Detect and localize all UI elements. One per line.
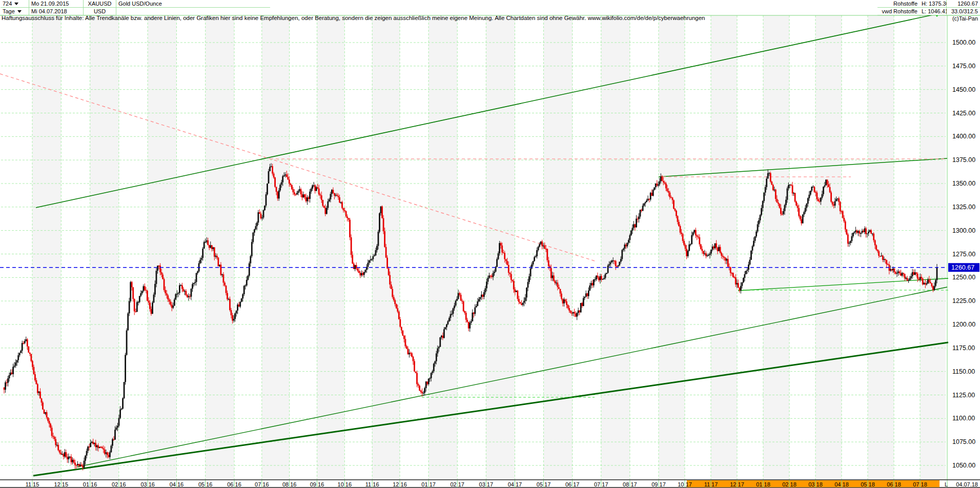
candle-body	[418, 384, 419, 385]
period-dropdown[interactable]: Tage	[1, 8, 29, 15]
candle-body	[623, 249, 624, 250]
bars-count-dropdown[interactable]: 724	[1, 0, 29, 8]
candle-body	[699, 237, 700, 245]
candle-body	[837, 198, 839, 199]
candle-body	[25, 339, 27, 341]
candle-body	[236, 311, 237, 314]
candle-body	[597, 276, 599, 278]
candle-body	[125, 355, 126, 382]
candle-body	[748, 265, 749, 270]
candle-body	[34, 374, 36, 380]
candle-body	[388, 269, 390, 275]
date-to-cell[interactable]: Mi 04.07.2018	[29, 8, 84, 15]
candle-body	[154, 284, 156, 295]
candle-body	[106, 453, 107, 454]
candle-body	[246, 280, 248, 286]
candle-body	[936, 268, 938, 280]
candle-body	[45, 412, 46, 414]
candle-body	[74, 463, 76, 465]
candle-body	[403, 336, 405, 339]
candle-body	[405, 339, 406, 346]
candle-body	[234, 314, 236, 319]
candle-body	[503, 253, 504, 254]
candle-body	[673, 200, 675, 209]
candle-body	[268, 171, 270, 184]
candle-body	[456, 299, 458, 301]
candle-body	[490, 276, 492, 277]
candle-body	[518, 299, 520, 302]
candle-body	[690, 244, 691, 245]
candle-body	[463, 301, 464, 311]
candle-body	[546, 249, 548, 260]
candle-body	[318, 189, 320, 195]
candle-body	[619, 262, 620, 266]
candle-body	[914, 272, 916, 275]
candle-body	[409, 353, 410, 354]
candle-body	[423, 393, 424, 394]
y-axis-label: 1250.00	[952, 274, 975, 281]
source-label: vwd Rohstoffe	[882, 8, 917, 15]
candle-body	[732, 273, 734, 277]
range-low-cell: L: 1046.41	[920, 8, 947, 15]
candle-body	[37, 384, 38, 393]
price-chart-canvas[interactable]: 1500.001475.001450.001425.001400.001375.…	[0, 0, 980, 488]
candle-body	[259, 212, 260, 214]
candle-body	[863, 231, 864, 232]
candle-body	[90, 443, 91, 447]
candle-body	[206, 240, 208, 242]
candle-body	[612, 260, 614, 261]
candle-body	[881, 256, 882, 257]
candle-body	[585, 293, 587, 296]
candle-body	[661, 176, 663, 181]
candle-body	[681, 233, 682, 234]
candle-body	[907, 278, 908, 281]
candle-body	[725, 258, 726, 261]
candle-body	[147, 291, 148, 301]
category-label: Rohstoffe	[893, 0, 917, 7]
candle-body	[717, 248, 719, 251]
candle-body	[227, 293, 228, 299]
candle-body	[650, 193, 651, 199]
candle-body	[566, 301, 567, 305]
candle-body	[793, 193, 794, 194]
candle-body	[825, 180, 827, 186]
candle-body	[918, 279, 920, 280]
candle-body	[148, 301, 150, 303]
candle-body	[886, 260, 887, 264]
candle-body	[798, 208, 800, 216]
candle-body	[915, 272, 917, 274]
candle-body	[552, 275, 553, 278]
candle-body	[410, 353, 412, 354]
candle-body	[830, 192, 832, 201]
candle-body	[233, 319, 235, 321]
candle-body	[635, 225, 636, 228]
candle-body	[541, 241, 543, 246]
symbol-cell[interactable]: XAUUSD	[84, 0, 116, 8]
candle-body	[485, 288, 486, 292]
candle-body	[548, 260, 549, 266]
candle-body	[636, 219, 637, 228]
candle-body	[117, 426, 118, 428]
candle-body	[931, 283, 933, 286]
date-from-cell[interactable]: Mo 21.09.2015	[29, 0, 84, 8]
candle-body	[874, 240, 876, 246]
candle-body	[437, 349, 438, 354]
candle-body	[596, 276, 597, 279]
candle-body	[242, 294, 243, 298]
candle-body	[131, 282, 133, 287]
candle-body	[491, 276, 493, 277]
candle-body	[363, 272, 365, 275]
candle-body	[278, 191, 280, 199]
candle-body	[899, 272, 901, 274]
candle-body	[780, 208, 782, 214]
candle-body	[840, 202, 841, 211]
candle-body	[656, 184, 658, 186]
candle-body	[177, 293, 179, 294]
candle-body	[854, 232, 855, 233]
candle-body	[431, 373, 432, 378]
candle-body	[667, 189, 668, 191]
candle-body	[264, 206, 266, 210]
candle-body	[55, 439, 56, 445]
candle-body	[925, 283, 926, 284]
candle-body	[610, 262, 611, 264]
